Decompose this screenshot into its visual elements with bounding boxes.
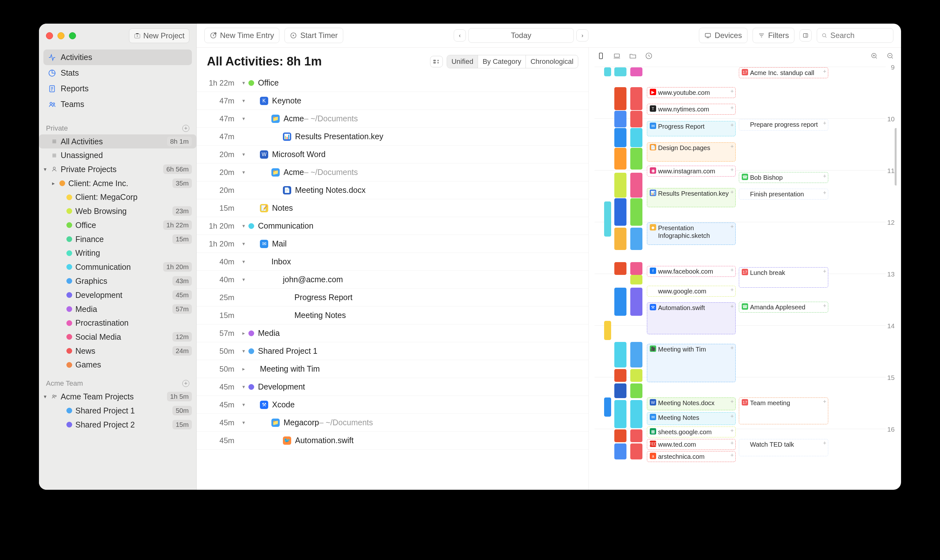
traffic-lights[interactable]	[46, 32, 76, 39]
activity-row[interactable]: 40m▾john@acme.com	[197, 271, 588, 289]
nav-teams[interactable]: Teams	[43, 97, 192, 112]
timeline-item[interactable]: ◉www.instagram.com+	[647, 166, 735, 177]
project-row[interactable]: All Activities8h 1m	[39, 134, 196, 148]
activity-row[interactable]: 50m▾Shared Project 1	[197, 342, 588, 360]
project-row[interactable]: Office1h 22m	[39, 218, 196, 232]
add-icon[interactable]: +	[730, 167, 734, 173]
add-icon[interactable]: +	[730, 122, 734, 129]
project-row[interactable]: Writing	[39, 246, 196, 260]
project-row[interactable]: Web Browsing23m	[39, 204, 196, 218]
zoom-window[interactable]	[69, 32, 76, 39]
activity-row[interactable]: 47m📊Results Presentation.key	[197, 128, 588, 146]
add-icon[interactable]: +	[823, 120, 826, 127]
project-row[interactable]: Finance15m	[39, 232, 196, 246]
segment-unified[interactable]: Unified	[447, 55, 478, 68]
timeline-block[interactable]	[630, 262, 642, 275]
chevron-icon[interactable]: ▾	[239, 277, 248, 283]
chevron-icon[interactable]: ▾	[42, 393, 48, 400]
timeline-block[interactable]	[630, 443, 642, 459]
view-mode-toggle[interactable]	[430, 56, 443, 68]
timeline-item[interactable]: ⚒Automation.swift+	[647, 302, 735, 334]
timeline-item[interactable]: Prepare progress report+	[739, 119, 828, 131]
add-icon[interactable]: +	[730, 267, 734, 274]
timeline-block[interactable]	[614, 68, 626, 76]
timeline-block[interactable]	[630, 68, 642, 76]
activity-row[interactable]: 20m▾📁Acme – ~/Documents	[197, 163, 588, 182]
add-icon[interactable]: +	[823, 440, 826, 447]
chevron-icon[interactable]: ▾	[239, 420, 248, 426]
activity-row[interactable]: 45m🐦Automation.swift	[197, 432, 588, 449]
chevron-icon[interactable]: ▾	[239, 348, 248, 354]
chevron-icon[interactable]: ▾	[239, 402, 248, 408]
timeline-scrollbar[interactable]	[895, 128, 897, 186]
timeline-block[interactable]	[614, 369, 626, 382]
timeline-item[interactable]: ◆Presentation Infographic.sketch+	[647, 223, 735, 245]
timeline-item[interactable]: ✉Meeting Notes+	[647, 412, 735, 425]
add-icon[interactable]: +	[730, 452, 734, 459]
timeline-block[interactable]	[604, 68, 611, 76]
timeline-item[interactable]: ✉Progress Report+	[647, 121, 735, 136]
add-icon[interactable]: +	[730, 143, 734, 150]
activity-row[interactable]: 47m▾KKeynote	[197, 92, 588, 110]
project-row[interactable]: Social Media12m	[39, 330, 196, 344]
project-row[interactable]: Unassigned	[39, 148, 196, 162]
project-row[interactable]: Procrastination	[39, 316, 196, 330]
new-time-entry-button[interactable]: New Time Entry	[205, 28, 279, 43]
zoom-out-icon[interactable]	[886, 52, 894, 61]
add-icon[interactable]: +	[730, 105, 734, 111]
filter-clock-icon[interactable]	[645, 52, 652, 61]
timeline-block[interactable]	[630, 288, 642, 316]
search-field[interactable]	[817, 28, 893, 43]
new-project-button[interactable]: New Project	[129, 28, 189, 43]
activity-row[interactable]: 15m📝Notes	[197, 199, 588, 217]
timeline-block[interactable]	[614, 87, 626, 110]
timeline-item[interactable]: aarstechnica.com+	[647, 451, 735, 462]
next-day-button[interactable]: ›	[576, 29, 588, 42]
add-icon[interactable]: +	[823, 398, 826, 405]
segment-chronological[interactable]: Chronological	[526, 55, 578, 68]
activity-row[interactable]: 45m▾⚒Xcode	[197, 396, 588, 414]
activity-row[interactable]: 1h 20m▾Communication	[197, 217, 588, 235]
project-row[interactable]: Graphics43m	[39, 274, 196, 288]
timeline-item[interactable]: WMeeting Notes.docx+	[647, 397, 735, 410]
timeline-block[interactable]	[614, 111, 626, 128]
timeline-block[interactable]	[604, 321, 611, 340]
project-row[interactable]: Development45m	[39, 288, 196, 302]
segment-by-category[interactable]: By Category	[478, 55, 526, 68]
timeline-block[interactable]	[630, 400, 642, 428]
project-row[interactable]: Shared Project 215m	[39, 418, 196, 432]
chevron-icon[interactable]: ▾	[239, 223, 248, 229]
activity-row[interactable]: 47m▾📁Acme – ~/Documents	[197, 110, 588, 128]
timeline-item[interactable]: Gwww.google.com+	[647, 286, 735, 297]
filters-button[interactable]: Filters	[752, 28, 794, 43]
add-icon[interactable]: +	[823, 173, 826, 180]
timeline-item[interactable]: 17Team meeting+	[739, 397, 828, 424]
timeline-block[interactable]	[604, 202, 611, 237]
chevron-icon[interactable]: ▾	[239, 384, 248, 390]
timeline-item[interactable]: Finish presentation+	[739, 189, 828, 200]
date-label[interactable]: Today	[468, 28, 574, 43]
close-window[interactable]	[46, 32, 53, 39]
timeline-block[interactable]	[614, 288, 626, 316]
add-icon[interactable]: +	[823, 190, 826, 196]
chevron-icon[interactable]: ▸	[239, 330, 248, 336]
timeline-item[interactable]: ▦sheets.google.com+	[647, 426, 735, 437]
add-icon[interactable]: +	[730, 303, 734, 310]
timeline-block[interactable]	[630, 148, 642, 169]
add-icon[interactable]: +	[730, 440, 734, 447]
add-project-button[interactable]: +	[182, 380, 189, 387]
timeline-block[interactable]	[604, 397, 611, 417]
timeline-block[interactable]	[614, 148, 626, 169]
timeline-block[interactable]	[614, 128, 626, 147]
timeline-block[interactable]	[630, 228, 642, 250]
layout-toggle-button[interactable]	[800, 29, 812, 42]
timeline-grid[interactable]: 91011121314151617Acme Inc. standup call+…	[594, 64, 897, 490]
timeline-block[interactable]	[630, 429, 642, 442]
timeline-item[interactable]: 📄Design Doc.pages+	[647, 142, 735, 162]
chevron-icon[interactable]: ▾	[239, 115, 248, 122]
timeline-block[interactable]	[630, 383, 642, 398]
timeline-block[interactable]	[630, 87, 642, 110]
project-row[interactable]: Media57m	[39, 302, 196, 316]
chevron-icon[interactable]: ▾	[239, 241, 248, 247]
add-icon[interactable]: +	[730, 287, 734, 294]
